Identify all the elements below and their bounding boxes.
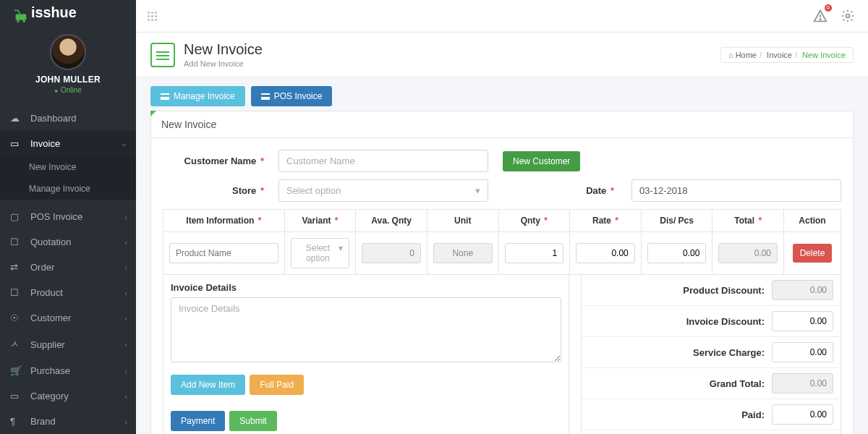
- table-row: Select option▾ Delete: [163, 232, 841, 275]
- product-discount-field: [772, 280, 833, 300]
- chevron-left-icon: ‹: [124, 289, 127, 297]
- page-title: New Invoice: [184, 41, 263, 58]
- pos-icon: ▢: [10, 211, 23, 222]
- gear-icon[interactable]: [839, 7, 856, 25]
- sidebar-item-purchase[interactable]: 🛒Purchase‹: [0, 358, 136, 383]
- supplier-icon: ㅅ: [10, 338, 23, 351]
- sidebar-item-product[interactable]: ☐Product‹: [0, 280, 136, 305]
- profile-block: JOHN MULLER Online: [0, 24, 136, 101]
- grand-total-label: Grand Total:: [710, 378, 765, 389]
- chevron-left-icon: ‹: [124, 367, 127, 375]
- service-charge-input[interactable]: [772, 342, 833, 362]
- totals-panel: Product Discount: Invoice Discount: Serv…: [581, 275, 841, 434]
- crumb-home[interactable]: Home: [736, 51, 757, 59]
- ava-qty-field: [362, 243, 421, 263]
- crumb-current: New Invoice: [802, 51, 846, 59]
- username: JOHN MULLER: [0, 75, 136, 85]
- th-unit: Unit: [427, 210, 498, 232]
- sidebar-item-quotation[interactable]: ☐Quotation‹: [0, 229, 136, 255]
- th-disc: Dis/ Pcs: [641, 210, 712, 232]
- chevron-down-icon: ▾: [475, 185, 480, 196]
- svg-point-5: [820, 19, 820, 20]
- service-charge-label: Service Charge:: [693, 347, 765, 358]
- variant-select[interactable]: Select option▾: [291, 238, 350, 268]
- chevron-left-icon: ‹: [124, 238, 127, 247]
- sidebar-item-order[interactable]: ⇄Order‹: [0, 255, 136, 280]
- apps-grid-icon[interactable]: [148, 12, 157, 21]
- invoice-panel: New Invoice Customer Name * New Customer…: [150, 111, 854, 434]
- brand-logo: isshue: [0, 0, 136, 24]
- product-discount-label: Product Discount:: [683, 285, 765, 296]
- delete-row-button[interactable]: Delete: [793, 244, 833, 263]
- svg-text:isshue: isshue: [31, 4, 77, 20]
- th-qty: Qnty *: [498, 210, 570, 232]
- chevron-left-icon: ‹: [124, 314, 127, 323]
- chevron-left-icon: ‹: [124, 340, 127, 349]
- quotation-icon: ☐: [10, 237, 23, 247]
- list-icon: [161, 93, 169, 100]
- qty-input[interactable]: [505, 243, 564, 263]
- th-ava: Ava. Qnty: [356, 210, 427, 232]
- sidebar-item-category[interactable]: ▭Category‹: [0, 383, 136, 409]
- payment-button[interactable]: Payment: [171, 411, 225, 431]
- sidebar-item-pos-invoice[interactable]: ▢POS Invoice‹: [0, 204, 136, 229]
- manage-invoice-button[interactable]: Manage Invoice: [150, 86, 245, 106]
- page-header: New Invoice Add New Invoice ⌂ Home/ Invo…: [136, 33, 868, 77]
- store-select[interactable]: Select option▾: [278, 179, 488, 202]
- sidebar-item-customer[interactable]: ☉Customer‹: [0, 305, 136, 331]
- svg-rect-0: [16, 14, 27, 20]
- product-name-input[interactable]: [169, 243, 278, 263]
- purchase-icon: 🛒: [10, 365, 23, 376]
- panel-title: New Invoice: [151, 111, 853, 138]
- breadcrumb: ⌂ Home/ Invoice/ New Invoice: [720, 47, 854, 63]
- full-paid-button[interactable]: Full Paid: [250, 375, 304, 395]
- sidebar-sub-new-invoice[interactable]: New Invoice: [0, 156, 136, 178]
- customer-name-input[interactable]: [278, 150, 488, 172]
- list-icon: [261, 93, 270, 100]
- date-input[interactable]: [631, 179, 841, 202]
- invoice-icon: ▭: [10, 138, 23, 149]
- svg-point-1: [17, 20, 19, 22]
- invoice-discount-label: Invoice Discount:: [686, 316, 765, 327]
- invoice-discount-input[interactable]: [772, 311, 833, 331]
- chevron-left-icon: ‹: [124, 213, 127, 221]
- order-icon: ⇄: [10, 262, 23, 273]
- sidebar-item-supplier[interactable]: ㅅSupplier‹: [0, 331, 136, 358]
- product-icon: ☐: [10, 287, 23, 298]
- pos-invoice-button[interactable]: POS Invoice: [251, 86, 333, 106]
- add-new-item-button[interactable]: Add New Item: [171, 375, 245, 395]
- submit-button[interactable]: Submit: [229, 411, 276, 431]
- alert-icon[interactable]: 0: [812, 7, 829, 25]
- svg-point-2: [23, 20, 25, 22]
- sidebar-item-invoice[interactable]: ▭Invoice⌄: [0, 131, 136, 156]
- details-label: Invoice Details: [171, 282, 561, 293]
- sidebar-sub-manage-invoice[interactable]: Manage Invoice: [0, 178, 136, 200]
- th-rate: Rate *: [570, 210, 642, 232]
- paid-label: Paid:: [741, 409, 765, 420]
- customer-icon: ☉: [10, 312, 23, 323]
- customer-label: Customer Name *: [163, 156, 264, 166]
- sidebar-item-brand[interactable]: ¶Brand‹: [0, 409, 136, 434]
- crumb-invoice[interactable]: Invoice: [767, 51, 792, 59]
- row-total-field: [718, 243, 778, 263]
- rate-input[interactable]: [576, 243, 635, 263]
- brand-icon: ¶: [10, 416, 23, 427]
- chevron-down-icon: ▾: [339, 243, 343, 263]
- th-variant: Variant *: [284, 210, 356, 232]
- invoice-details-textarea[interactable]: [171, 297, 561, 362]
- user-status: Online: [0, 86, 136, 94]
- paid-input[interactable]: [772, 404, 833, 425]
- new-customer-button[interactable]: New Customer: [503, 151, 580, 171]
- svg-point-6: [846, 14, 850, 18]
- th-action: Action: [784, 210, 841, 232]
- notif-badge: 0: [825, 4, 832, 12]
- date-label: Date *: [513, 185, 614, 196]
- avatar[interactable]: [50, 34, 86, 70]
- page-subtitle: Add New Invoice: [184, 59, 263, 68]
- dashboard-icon: ☁: [10, 113, 23, 124]
- th-item: Item Information *: [163, 210, 285, 232]
- chevron-left-icon: ‹: [124, 417, 127, 426]
- grand-total-field: [772, 373, 833, 393]
- sidebar-item-dashboard[interactable]: ☁Dashboard: [0, 106, 136, 131]
- discount-input[interactable]: [647, 243, 707, 263]
